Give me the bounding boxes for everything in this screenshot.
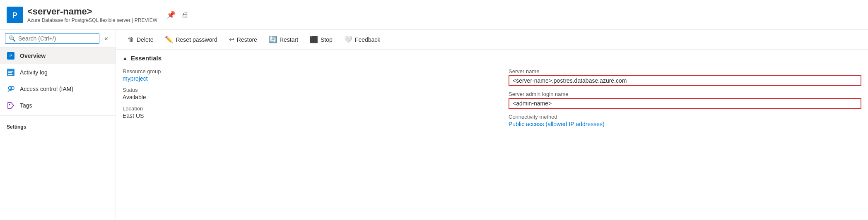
print-button[interactable]: 🖨 (180, 9, 190, 21)
toolbar: 🗑 Delete ✏️ Reset password ↩ Restore 🔄 R… (116, 30, 868, 50)
feedback-button[interactable]: 🤍 Feedback (339, 33, 385, 46)
access-control-icon (7, 85, 15, 93)
essentials-left: Resource group myproject Status Availabl… (123, 68, 492, 127)
restart-icon: 🔄 (269, 36, 277, 43)
location-field: Location East US (123, 105, 492, 119)
essentials-chevron: ▲ (123, 55, 128, 61)
restore-button[interactable]: ↩ Restore (224, 33, 262, 46)
collapse-sidebar-button[interactable]: « (102, 33, 111, 44)
essentials-right: Server name <server-name>.postres.databa… (492, 68, 861, 127)
restart-button[interactable]: 🔄 Restart (264, 33, 303, 46)
server-name-value: <server-name>.postres.database.azure.com (509, 75, 861, 86)
settings-section-title: Settings (0, 117, 116, 132)
admin-login-label: Server admin login name (509, 91, 861, 97)
main-layout: 🔍 « P Overview (0, 30, 868, 220)
connectivity-field: Connectivity method Public access (allow… (509, 114, 861, 127)
resource-group-label: Resource group (123, 68, 492, 74)
server-name-field: Server name <server-name>.postres.databa… (509, 68, 861, 86)
restore-icon: ↩ (229, 36, 234, 43)
essentials-panel: ▲ Essentials Resource group myproject St… (116, 50, 868, 220)
admin-login-field: Server admin login name <admin-name> (509, 91, 861, 109)
delete-label: Delete (137, 36, 153, 43)
content-area: 🗑 Delete ✏️ Reset password ↩ Restore 🔄 R… (116, 30, 868, 220)
svg-rect-5 (8, 71, 13, 72)
postgresql-icon: P (7, 7, 23, 23)
sidebar-item-overview[interactable]: P Overview (0, 48, 116, 64)
pin-button[interactable]: 📌 (165, 9, 177, 21)
svg-rect-6 (8, 72, 12, 73)
header-text: <server-name> Azure Database for Postgre… (27, 6, 157, 23)
resource-group-field: Resource group myproject (123, 68, 492, 82)
sidebar: 🔍 « P Overview (0, 30, 116, 220)
header-actions: 📌 🖨 (165, 9, 190, 21)
location-value: East US (123, 112, 492, 119)
sidebar-item-tags-label: Tags (20, 102, 32, 109)
delete-button[interactable]: 🗑 Delete (123, 33, 158, 46)
sidebar-item-activity-log-label: Activity log (20, 69, 48, 76)
reset-password-icon: ✏️ (165, 36, 173, 43)
location-label: Location (123, 105, 492, 112)
reset-password-button[interactable]: ✏️ Reset password (160, 33, 222, 46)
svg-rect-7 (8, 74, 12, 75)
status-label: Status (123, 87, 492, 93)
stop-button[interactable]: ⬛ Stop (305, 33, 338, 46)
resource-subtitle: Azure Database for PostgreSQL flexible s… (27, 17, 157, 23)
sidebar-item-overview-label: Overview (20, 53, 46, 59)
delete-icon: 🗑 (128, 36, 134, 43)
admin-login-value: <admin-name> (509, 98, 861, 109)
svg-point-10 (9, 104, 10, 105)
restore-label: Restore (237, 36, 257, 43)
status-value: Available (123, 94, 492, 100)
restart-label: Restart (280, 36, 298, 43)
server-name-label: Server name (509, 68, 861, 74)
sidebar-item-access-control-label: Access control (IAM) (20, 86, 73, 92)
feedback-icon: 🤍 (344, 36, 352, 43)
overview-icon: P (7, 52, 15, 60)
resource-title: <server-name> (27, 6, 157, 17)
search-input[interactable] (18, 35, 96, 42)
search-wrapper[interactable]: 🔍 (5, 33, 99, 44)
sidebar-item-activity-log[interactable]: Activity log (0, 64, 116, 81)
search-container: 🔍 « (0, 30, 116, 48)
svg-point-9 (11, 86, 14, 90)
connectivity-value[interactable]: Public access (allowed IP addresses) (509, 121, 861, 127)
activity-log-icon (7, 68, 15, 77)
sidebar-divider (0, 115, 116, 116)
search-icon: 🔍 (9, 35, 16, 42)
stop-label: Stop (321, 36, 333, 43)
essentials-grid: Resource group myproject Status Availabl… (123, 68, 861, 127)
status-field: Status Available (123, 87, 492, 100)
svg-text:P: P (12, 11, 17, 19)
header: P <server-name> Azure Database for Postg… (0, 0, 868, 30)
feedback-label: Feedback (355, 36, 380, 43)
sidebar-item-tags[interactable]: Tags (0, 97, 116, 114)
connectivity-label: Connectivity method (509, 114, 861, 120)
tags-icon (7, 101, 15, 110)
essentials-title: Essentials (131, 55, 162, 62)
stop-icon: ⬛ (310, 36, 318, 43)
app-container: P <server-name> Azure Database for Postg… (0, 0, 868, 220)
reset-password-label: Reset password (176, 36, 217, 43)
svg-text:P: P (10, 54, 12, 58)
resource-group-value[interactable]: myproject (123, 75, 492, 82)
essentials-header: ▲ Essentials (123, 55, 861, 62)
sidebar-item-access-control[interactable]: Access control (IAM) (0, 81, 116, 97)
